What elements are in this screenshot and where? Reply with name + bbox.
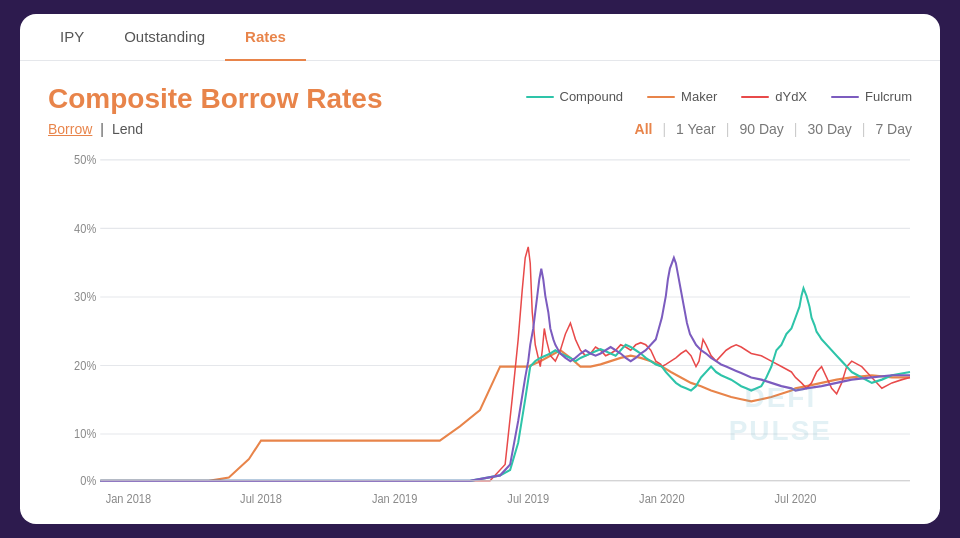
svg-text:Jul 2020: Jul 2020 [775, 492, 817, 504]
borrow-lend-toggle: Borrow | Lend [48, 121, 143, 137]
filter-1year[interactable]: 1 Year [676, 121, 716, 137]
legend: Compound Maker dYdX Fulcrum [526, 89, 913, 104]
tab-ipy[interactable]: IPY [40, 14, 104, 61]
content-area: Composite Borrow Rates Compound Maker dY… [20, 61, 940, 524]
sub-row: Borrow | Lend All | 1 Year | 90 Day | 30… [48, 121, 912, 137]
tab-rates[interactable]: Rates [225, 14, 306, 61]
svg-text:20%: 20% [74, 359, 96, 371]
legend-compound: Compound [526, 89, 624, 104]
fulcrum-line [100, 258, 910, 481]
legend-line-fulcrum [831, 96, 859, 98]
svg-text:Jan 2020: Jan 2020 [639, 492, 684, 504]
header-row: Composite Borrow Rates Compound Maker dY… [48, 83, 912, 115]
svg-text:Jul 2019: Jul 2019 [507, 492, 549, 504]
legend-label-fulcrum: Fulcrum [865, 89, 912, 104]
svg-text:Jan 2018: Jan 2018 [106, 492, 151, 504]
legend-line-maker [647, 96, 675, 98]
svg-text:30%: 30% [74, 291, 96, 303]
legend-line-compound [526, 96, 554, 98]
tab-bar: IPY Outstanding Rates [20, 14, 940, 61]
legend-label-maker: Maker [681, 89, 717, 104]
lend-label[interactable]: Lend [112, 121, 143, 137]
chart-title: Composite Borrow Rates [48, 83, 383, 115]
legend-label-compound: Compound [560, 89, 624, 104]
filter-all[interactable]: All [635, 121, 653, 137]
tab-outstanding[interactable]: Outstanding [104, 14, 225, 61]
borrow-link[interactable]: Borrow [48, 121, 92, 137]
dydx-line [100, 247, 910, 481]
legend-fulcrum: Fulcrum [831, 89, 912, 104]
time-filter-bar: All | 1 Year | 90 Day | 30 Day | 7 Day [635, 121, 912, 137]
compound-line [100, 288, 910, 481]
svg-text:Jul 2018: Jul 2018 [240, 492, 282, 504]
svg-text:50%: 50% [74, 154, 96, 166]
filter-90day[interactable]: 90 Day [739, 121, 783, 137]
filter-30day[interactable]: 30 Day [807, 121, 851, 137]
svg-text:Jan 2019: Jan 2019 [372, 492, 417, 504]
svg-text:40%: 40% [74, 222, 96, 234]
legend-label-dydx: dYdX [775, 89, 807, 104]
chart-area: DEFIPULSE 50% 40% 30% 20% 10% 0% Jan 201… [48, 149, 912, 508]
svg-text:10%: 10% [74, 428, 96, 440]
chart-svg: 50% 40% 30% 20% 10% 0% Jan 2018 Jul 2018… [48, 149, 912, 508]
legend-maker: Maker [647, 89, 717, 104]
main-card: IPY Outstanding Rates Composite Borrow R… [20, 14, 940, 524]
legend-line-dydx [741, 96, 769, 98]
svg-text:0%: 0% [80, 475, 96, 487]
filter-7day[interactable]: 7 Day [875, 121, 912, 137]
legend-dydx: dYdX [741, 89, 807, 104]
